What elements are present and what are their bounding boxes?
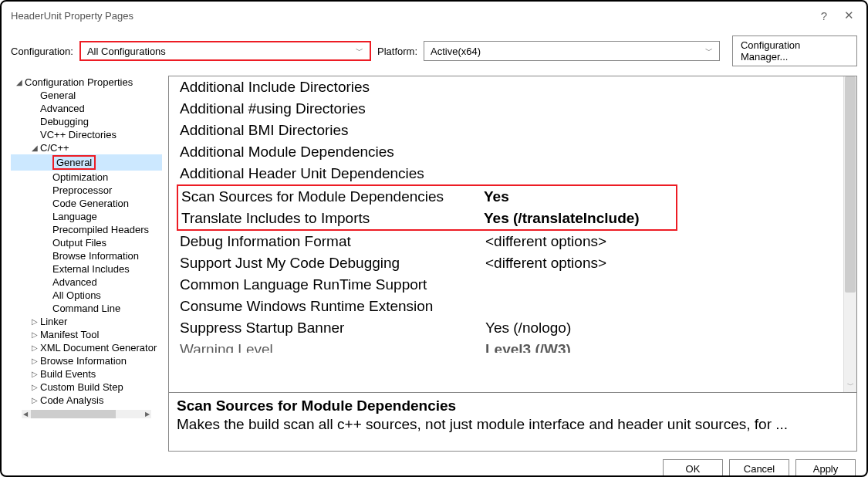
description-text: Makes the build scan all c++ sources, no…: [177, 416, 849, 433]
platform-label: Platform:: [377, 46, 417, 57]
tree-codeanalysis[interactable]: ▷Code Analysis: [11, 394, 162, 407]
tree-ccpp-external[interactable]: External Includes: [11, 262, 162, 276]
close-icon[interactable]: ✕: [844, 8, 854, 22]
tree-ccpp-preprocessor[interactable]: Preprocessor: [11, 184, 162, 197]
tree-ccpp-browse[interactable]: Browse Information: [11, 249, 162, 262]
tree-ccpp-precomp[interactable]: Precompiled Headers: [11, 223, 162, 236]
grid-row[interactable]: Consume Windows Runtime Extension: [169, 296, 856, 317]
apply-button[interactable]: Apply: [795, 459, 856, 477]
grid-row[interactable]: Additional Module Dependencies: [169, 141, 856, 163]
grid-row[interactable]: Additional BMI Directories: [169, 120, 856, 141]
grid-row[interactable]: Additional #using Directories: [169, 98, 856, 120]
tree-general[interactable]: General: [11, 89, 162, 102]
footer-buttons: OK Cancel Apply: [2, 452, 866, 477]
scrollbar-thumb[interactable]: [31, 410, 116, 418]
grid-row[interactable]: Additional Header Unit Dependencies: [169, 163, 856, 184]
content-area: Additional Include Directories Additiona…: [168, 76, 857, 452]
tree-ccpp-optimization[interactable]: Optimization: [11, 171, 162, 184]
tree-linker[interactable]: ▷Linker: [11, 315, 162, 328]
property-grid: Additional Include Directories Additiona…: [169, 76, 856, 392]
grid-row-translate-includes[interactable]: Translate Includes to ImportsYes (/trans…: [178, 208, 676, 229]
tree-ccpp-language[interactable]: Language: [11, 210, 162, 223]
scrollbar-thumb[interactable]: [845, 76, 856, 293]
config-label: Configuration:: [11, 46, 73, 57]
titlebar: HeaderUnit Property Pages ? ✕: [2, 2, 866, 29]
platform-value: Active(x64): [431, 46, 481, 57]
titlebar-controls: ? ✕: [821, 8, 860, 22]
caret-right-icon: ▷: [29, 317, 40, 326]
chevron-down-icon: ﹀: [356, 46, 363, 56]
main-area: ◢Configuration Properties General Advanc…: [2, 76, 866, 452]
scroll-down-icon[interactable]: ﹀: [844, 379, 856, 392]
caret-right-icon: ▷: [29, 330, 40, 339]
cancel-button[interactable]: Cancel: [729, 459, 789, 477]
description-title: Scan Sources for Module Dependencies: [177, 398, 849, 414]
help-icon[interactable]: ?: [821, 9, 827, 22]
configuration-manager-button[interactable]: Configuration Manager...: [732, 36, 857, 66]
grid-row[interactable]: Warning LevelLevel3 (/W3): [169, 339, 856, 353]
tree-ccpp-output[interactable]: Output Files: [11, 236, 162, 249]
tree-vcdir[interactable]: VC++ Directories: [11, 128, 162, 141]
tree-ccpp-codegen[interactable]: Code Generation: [11, 197, 162, 210]
configuration-dropdown[interactable]: All Configurations ﹀: [79, 41, 371, 61]
grid-vertical-scrollbar[interactable]: ﹀: [843, 76, 856, 392]
platform-dropdown[interactable]: Active(x64) ﹀: [424, 41, 720, 61]
chevron-down-icon: ﹀: [705, 46, 713, 56]
caret-right-icon: ▷: [29, 370, 40, 378]
tree-advanced[interactable]: Advanced: [11, 102, 162, 115]
tree-manifest[interactable]: ▷Manifest Tool: [11, 328, 162, 341]
tree-browseinfo[interactable]: ▷Browse Information: [11, 354, 162, 367]
scroll-right-icon[interactable]: ▶: [144, 411, 151, 418]
tree-custombuild[interactable]: ▷Custom Build Step: [11, 381, 162, 394]
caret-down-icon: ◢: [29, 144, 40, 152]
configuration-value: All Configurations: [87, 46, 166, 57]
tree-xmldoc[interactable]: ▷XML Document Generator: [11, 341, 162, 354]
tree-root[interactable]: ◢Configuration Properties: [11, 76, 162, 89]
grid-row[interactable]: Common Language RunTime Support: [169, 274, 856, 296]
description-panel: Scan Sources for Module Dependencies Mak…: [169, 392, 856, 451]
tree-ccpp[interactable]: ◢C/C++: [11, 141, 162, 154]
ok-button[interactable]: OK: [663, 459, 723, 477]
tree-ccpp-advanced[interactable]: Advanced: [11, 276, 162, 289]
caret-down-icon: ◢: [14, 78, 25, 86]
caret-right-icon: ▷: [29, 396, 40, 404]
tree-ccpp-allopts[interactable]: All Options: [11, 289, 162, 302]
caret-right-icon: ▷: [29, 343, 40, 352]
grid-row[interactable]: Suppress Startup BannerYes (/nologo): [169, 317, 856, 339]
grid-row-scan-sources[interactable]: Scan Sources for Module DependenciesYes: [178, 186, 676, 208]
scroll-left-icon[interactable]: ◀: [22, 411, 29, 418]
config-bar: Configuration: All Configurations ﹀ Plat…: [2, 29, 866, 76]
grid-row[interactable]: Additional Include Directories: [169, 76, 856, 98]
grid-row[interactable]: Debug Information Format<different optio…: [169, 231, 856, 252]
highlighted-rows: Scan Sources for Module DependenciesYes …: [177, 184, 677, 231]
tree-ccpp-general[interactable]: General: [11, 154, 162, 171]
tree-panel: ◢Configuration Properties General Advanc…: [11, 76, 162, 452]
caret-right-icon: ▷: [29, 383, 40, 391]
caret-right-icon: ▷: [29, 357, 40, 365]
window-title: HeaderUnit Property Pages: [11, 10, 133, 22]
tree-buildevents[interactable]: ▷Build Events: [11, 367, 162, 381]
grid-row[interactable]: Support Just My Code Debugging<different…: [169, 252, 856, 274]
tree-debugging[interactable]: Debugging: [11, 115, 162, 128]
tree-horizontal-scrollbar[interactable]: ◀ ▶: [22, 410, 151, 418]
tree-ccpp-cmdline[interactable]: Command Line: [11, 302, 162, 315]
